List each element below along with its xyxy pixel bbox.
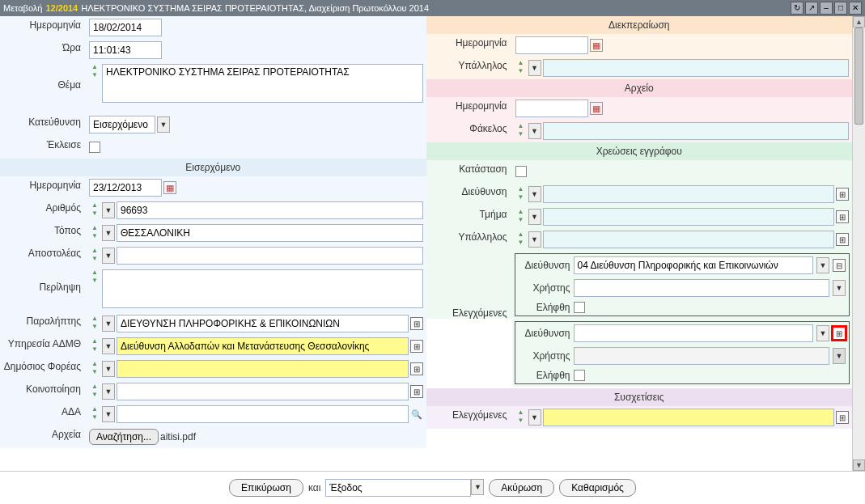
p-emp-dd-icon[interactable]: ▼ <box>528 60 541 76</box>
and-text: και <box>308 482 320 493</box>
p-emp-input[interactable] <box>543 59 850 77</box>
c-emp-input[interactable] <box>543 231 835 248</box>
c-dept-expand-icon[interactable]: ⊞ <box>836 210 849 223</box>
n2-add-icon[interactable]: ⊞ <box>833 327 846 340</box>
minimize-icon[interactable]: – <box>820 2 833 15</box>
sender-spinner[interactable]: ▲▼ <box>89 248 100 264</box>
n1-user-dd-icon[interactable]: ▼ <box>833 280 846 296</box>
browse-button[interactable]: Αναζήτηση... <box>89 429 159 445</box>
place-spinner[interactable]: ▲▼ <box>89 225 100 241</box>
clear-button[interactable]: Καθαρισμός <box>559 479 636 497</box>
exit-select[interactable] <box>325 479 471 497</box>
recipient-dd-icon[interactable]: ▼ <box>102 316 115 332</box>
c-emp-dd-icon[interactable]: ▼ <box>528 231 541 248</box>
ada-input[interactable] <box>117 405 409 423</box>
c-dept-input[interactable] <box>543 208 835 226</box>
c-dir-spinner[interactable]: ▲▼ <box>515 186 527 202</box>
in-date-input[interactable] <box>89 179 162 197</box>
number-input[interactable] <box>117 201 423 219</box>
scrollbar[interactable]: ▲ ▼ <box>852 16 865 471</box>
recipient-expand-icon[interactable]: ⊞ <box>410 317 423 330</box>
scroll-thumb[interactable] <box>854 28 863 125</box>
nested-box-1: Διεύθυνση ▼ ⊟ Χρήστης ▼ Ελήφθη <box>515 253 850 316</box>
n2-recv-checkbox[interactable] <box>574 370 585 381</box>
calendar-icon[interactable]: ▦ <box>590 102 603 115</box>
scroll-down-icon[interactable]: ▼ <box>853 460 865 471</box>
c-dept-dd-icon[interactable]: ▼ <box>528 209 541 225</box>
admth-spinner[interactable]: ▲▼ <box>89 338 100 354</box>
n2-user-input[interactable] <box>574 347 830 365</box>
confirm-button[interactable]: Επικύρωση <box>229 479 303 497</box>
sender-dd-icon[interactable]: ▼ <box>102 248 115 264</box>
direction-dropdown-icon[interactable]: ▼ <box>157 116 170 133</box>
place-dd-icon[interactable]: ▼ <box>102 225 115 241</box>
c-emp-spinner[interactable]: ▲▼ <box>515 231 527 248</box>
nested-box-2: Διεύθυνση ▼ ⊞ Χρήστης ▼ Ελήφθη <box>515 321 850 384</box>
close-icon[interactable]: ✕ <box>849 2 862 15</box>
subject-spinner[interactable]: ▲▼ <box>89 64 100 80</box>
assoc-input[interactable] <box>543 409 835 426</box>
c-dept-spinner[interactable]: ▲▼ <box>515 209 527 225</box>
assoc-expand-icon[interactable]: ⊞ <box>836 411 849 424</box>
ada-spinner[interactable]: ▲▼ <box>89 406 100 422</box>
exit-dd-icon[interactable]: ▼ <box>471 479 484 495</box>
assoc-spinner[interactable]: ▲▼ <box>515 409 527 426</box>
admth-input[interactable] <box>117 337 409 355</box>
calendar-icon[interactable]: ▦ <box>163 181 176 194</box>
notify-input[interactable] <box>117 383 409 400</box>
subject-label: Θέμα <box>0 61 86 113</box>
popout-icon[interactable]: ↗ <box>805 2 818 15</box>
public-spinner[interactable]: ▲▼ <box>89 361 100 377</box>
n2-user-dd-icon[interactable]: ▼ <box>833 348 846 364</box>
n1-remove-icon[interactable]: ⊟ <box>833 259 846 272</box>
place-input[interactable] <box>117 224 423 242</box>
window-buttons: ↻ ↗ – □ ✕ <box>791 2 862 15</box>
public-dd-icon[interactable]: ▼ <box>102 361 115 377</box>
a-date-input[interactable] <box>515 100 588 117</box>
summary-textarea[interactable] <box>102 269 423 308</box>
number-spinner[interactable]: ▲▼ <box>89 202 100 218</box>
scroll-up-icon[interactable]: ▲ <box>853 16 865 28</box>
c-dir-expand-icon[interactable]: ⊞ <box>836 188 849 201</box>
maximize-icon[interactable]: □ <box>834 2 847 15</box>
n1-dir-dd-icon[interactable]: ▼ <box>816 257 829 273</box>
summary-spinner[interactable]: ▲▼ <box>89 269 100 286</box>
closed-checkbox[interactable] <box>89 142 100 153</box>
admth-dd-icon[interactable]: ▼ <box>102 338 115 354</box>
a-folder-input[interactable] <box>543 122 850 140</box>
n2-dir-dd-icon[interactable]: ▼ <box>816 325 829 341</box>
recipient-spinner[interactable]: ▲▼ <box>89 316 100 332</box>
c-dir-input[interactable] <box>543 185 835 203</box>
p-date-input[interactable] <box>515 36 588 54</box>
sender-input[interactable] <box>117 247 423 265</box>
ada-dd-icon[interactable]: ▼ <box>102 406 115 422</box>
p-emp-spinner[interactable]: ▲▼ <box>515 60 527 76</box>
a-folder-spinner[interactable]: ▲▼ <box>515 123 527 139</box>
public-input[interactable] <box>117 360 409 378</box>
public-expand-icon[interactable]: ⊞ <box>410 362 423 375</box>
cancel-button[interactable]: Ακύρωση <box>489 479 554 497</box>
notify-dd-icon[interactable]: ▼ <box>102 383 115 400</box>
n2-dir-input[interactable] <box>574 324 814 342</box>
number-dd-icon[interactable]: ▼ <box>102 202 115 218</box>
status-checkbox[interactable] <box>515 166 527 177</box>
calendar-icon[interactable]: ▦ <box>590 39 603 52</box>
subject-textarea[interactable]: ΗΛΕΚΤΡΟΝΙΚΟ ΣΥΣΤΗΜΑ ΣΕΙΡΑΣ ΠΡΟΤΕΡΑΙΟΤΗΤΑ… <box>102 64 423 103</box>
direction-select[interactable] <box>89 116 155 133</box>
search-icon[interactable]: 🔍 <box>410 408 423 421</box>
c-emp-expand-icon[interactable]: ⊞ <box>836 233 849 246</box>
notify-spinner[interactable]: ▲▼ <box>89 383 100 400</box>
a-folder-dd-icon[interactable]: ▼ <box>528 123 541 139</box>
n1-user-input[interactable] <box>574 279 830 297</box>
n1-dir-input[interactable] <box>574 256 814 274</box>
recipient-input[interactable] <box>117 315 409 332</box>
admth-expand-icon[interactable]: ⊞ <box>410 340 423 353</box>
assoc-dd-icon[interactable]: ▼ <box>528 409 541 426</box>
n1-recv-checkbox[interactable] <box>574 302 585 313</box>
refresh-icon[interactable]: ↻ <box>791 2 804 15</box>
notify-expand-icon[interactable]: ⊞ <box>410 385 423 398</box>
time-label: Ώρα <box>0 39 86 61</box>
time-input[interactable] <box>89 41 162 59</box>
date-input[interactable] <box>89 19 162 36</box>
c-dir-dd-icon[interactable]: ▼ <box>528 186 541 202</box>
